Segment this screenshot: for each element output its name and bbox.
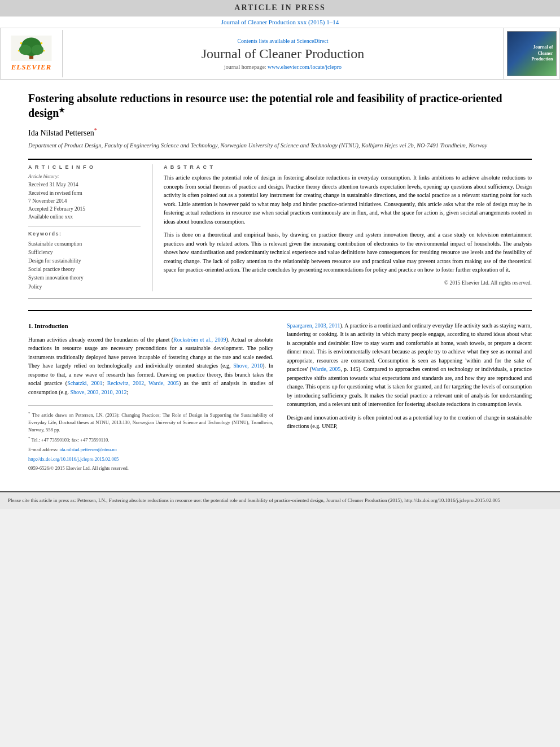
- homepage-url[interactable]: www.elsevier.com/locate/jclepro: [268, 64, 342, 70]
- spaargaren-link[interactable]: Spaargaren, 2003, 2011: [287, 322, 340, 329]
- main-content: Fostering absolute reductions in resourc…: [0, 80, 560, 486]
- author-name: Ida Nilstad Pettersen*: [28, 127, 532, 138]
- keyword-6: Policy: [28, 283, 141, 291]
- journal-link[interactable]: Journal of Cleaner Production xxx (2015)…: [221, 19, 339, 25]
- cp-logo-text: Journal of Cleaner Production: [531, 45, 553, 62]
- schatzki-link[interactable]: Schatzki, 2001: [67, 380, 102, 386]
- journal-title: Journal of Cleaner Production: [68, 46, 497, 62]
- article-history: Article history: Received 31 May 2014 Re…: [28, 173, 141, 226]
- journal-header: ELSEVIER Contents lists available at Sci…: [0, 28, 560, 80]
- article-info-label: A R T I C L E I N F O: [28, 164, 141, 170]
- body-two-columns: 1. Introduction Human activities already…: [28, 321, 532, 474]
- keyword-3: Design for sustainability: [28, 257, 141, 265]
- keyword-5: System innovation theory: [28, 274, 141, 282]
- svg-point-4: [32, 45, 44, 55]
- rockstrom-link[interactable]: Rockström et al., 2009: [173, 337, 226, 343]
- abstract-column: A B S T R A C T This article explores th…: [164, 164, 532, 291]
- svg-point-6: [41, 42, 43, 45]
- journal-homepage: journal homepage: www.elsevier.com/locat…: [68, 64, 497, 70]
- available-online: Available online xxx: [28, 213, 141, 221]
- article-title: Fostering absolute reductions in resourc…: [28, 91, 532, 120]
- article-in-press-banner: ARTICLE IN PRESS: [0, 0, 560, 16]
- intro-para-2: Spaargaren, 2003, 2011). A practice is a…: [287, 321, 532, 409]
- keyword-4: Social practice theory: [28, 265, 141, 274]
- svg-point-7: [18, 50, 20, 52]
- keywords-block: Keywords: Sustainable consumption Suffic…: [28, 231, 141, 291]
- cp-logo-box: Journal of Cleaner Production: [507, 31, 557, 76]
- keyword-2: Sufficiency: [28, 248, 141, 257]
- warde-2005-link[interactable]: Warde, 2005: [312, 366, 341, 372]
- citation-bar: Please cite this article in press as: Pe…: [0, 491, 560, 509]
- revised-date: 7 November 2014: [28, 197, 141, 205]
- cleaner-production-logo: Journal of Cleaner Production: [503, 28, 559, 79]
- journal-header-center: Contents lists available at ScienceDirec…: [63, 33, 503, 75]
- reckwitz-link[interactable]: Reckwitz, 2002: [107, 380, 145, 386]
- shove-2010-link[interactable]: Shove, 2010: [233, 362, 262, 369]
- article-info-column: A R T I C L E I N F O Article history: R…: [28, 164, 152, 291]
- keywords-label: Keywords:: [28, 231, 141, 237]
- received-date: Received 31 May 2014: [28, 181, 141, 189]
- contents-available: Contents lists available at ScienceDirec…: [68, 38, 497, 44]
- revised-label: Received in revised form: [28, 189, 141, 197]
- footnote-email: E-mail address: ida.nilstad.pettersen@nt…: [28, 446, 273, 453]
- copyright: © 2015 Elsevier Ltd. All rights reserved…: [164, 279, 532, 287]
- shove-2003-link[interactable]: Shove, 2003, 2010, 2012: [70, 389, 126, 395]
- sciencedirect-link[interactable]: ScienceDirect: [296, 38, 328, 44]
- journal-link-bar: Journal of Cleaner Production xxx (2015)…: [0, 16, 560, 28]
- keyword-1: Sustainable consumption: [28, 240, 141, 248]
- page-wrapper: ARTICLE IN PRESS Journal of Cleaner Prod…: [0, 0, 560, 509]
- history-label: Article history:: [28, 173, 141, 179]
- body-divider: [28, 310, 532, 311]
- author-affiliation: Department of Product Design, Faculty of…: [28, 141, 532, 150]
- footnote-contact: * Tel.: +47 73590103; fax: +47 73590110.: [28, 435, 273, 444]
- body-col-right: Spaargaren, 2003, 2011). A practice is a…: [287, 321, 532, 474]
- citation-text: Please cite this article in press as: Pe…: [8, 497, 500, 503]
- intro-para-3: Design and innovation activity is often …: [287, 413, 532, 431]
- banner-text: ARTICLE IN PRESS: [234, 3, 325, 12]
- issn-text: 0959-6526/© 2015 Elsevier Ltd. All right…: [28, 465, 273, 472]
- svg-point-5: [20, 42, 23, 45]
- doi-link[interactable]: http://dx.doi.org/10.1016/j.jclepro.2015…: [28, 456, 119, 462]
- article-info-abstract-section: A R T I C L E I N F O Article history: R…: [28, 159, 532, 298]
- svg-point-8: [43, 50, 45, 52]
- elsevier-logo: ELSEVIER: [1, 30, 63, 77]
- abstract-label: A B S T R A C T: [164, 164, 532, 170]
- email-link[interactable]: ida.nilstad.pettersen@ntnu.no: [59, 447, 117, 452]
- elsevier-logo-icon: [10, 36, 53, 61]
- footnote-star: * The article draws on Pettersen, I.N. (…: [28, 410, 273, 433]
- svg-point-3: [19, 45, 32, 55]
- accepted-date: Accepted 2 February 2015: [28, 205, 141, 213]
- introduction-heading: 1. Introduction: [28, 321, 273, 331]
- intro-para-1: Human activities already exceed the boun…: [28, 335, 273, 397]
- body-col-left: 1. Introduction Human activities already…: [28, 321, 273, 474]
- elsevier-wordmark: ELSEVIER: [11, 63, 52, 72]
- abstract-text: This article explores the potential role…: [164, 173, 532, 287]
- warde-link[interactable]: Warde, 2005: [148, 380, 179, 386]
- footnote-section: * The article draws on Pettersen, I.N. (…: [28, 405, 273, 472]
